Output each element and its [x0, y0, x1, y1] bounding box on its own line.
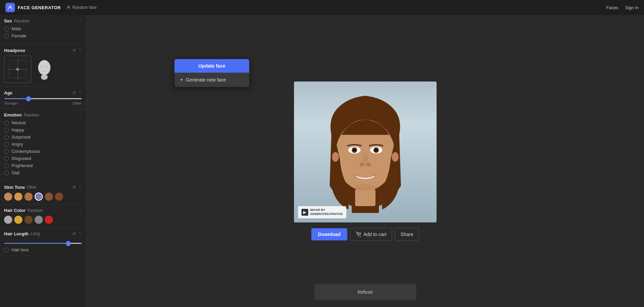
sex-section: Sex Random ⌃ Male Female — [0, 15, 86, 44]
headpose-icons: ✕ ⌃ — [72, 48, 82, 53]
hair-length-subtitle: Long — [31, 231, 40, 236]
age-older-label: Older — [73, 101, 82, 105]
skin-tone-section: Skin Tone Olive ✕ ⌃ — [0, 181, 86, 204]
topbar-right: Faces Sign in — [606, 5, 639, 10]
logo[interactable]: FACE GENERATOR — [5, 3, 61, 12]
svg-rect-7 — [355, 189, 375, 206]
nav-signin[interactable]: Sign in — [625, 5, 639, 10]
add-to-cart-button[interactable]: Add to cart — [350, 228, 392, 241]
sex-male-radio[interactable] — [4, 26, 9, 31]
hair-length-chevron-icon[interactable]: ⌃ — [78, 231, 82, 236]
emotion-section: Emotion Random ⌃ Neutral Happy Surprised… — [0, 109, 86, 181]
skin-swatch-light[interactable] — [4, 193, 12, 201]
hair-swatch-dark-gray[interactable] — [35, 216, 43, 224]
watermark-text: IMAGE BY GENERATED.PHOTOS — [310, 208, 343, 216]
sidebar: Sex Random ⌃ Male Female Headpose — [0, 15, 86, 307]
topbar: FACE GENERATOR Random face Faces Sign in — [0, 0, 644, 15]
emotion-happy[interactable]: Happy — [4, 127, 82, 132]
hair-swatch-gray[interactable] — [4, 216, 12, 224]
emotion-sad[interactable]: Sad — [4, 170, 82, 175]
hair-loss-item[interactable]: Hair loss — [4, 247, 82, 252]
watermark-arrow-icon: ▶ — [301, 209, 308, 216]
headpose-section: Headpose ✕ ⌃ — [0, 44, 86, 87]
hair-swatch-brown[interactable] — [24, 216, 33, 224]
emotion-disgusted[interactable]: Disgusted — [4, 156, 82, 161]
svg-point-10 — [392, 152, 399, 162]
skin-swatch-dark[interactable] — [55, 193, 63, 201]
skin-tone-close-icon[interactable]: ✕ — [72, 184, 76, 190]
emotion-neutral-radio[interactable] — [4, 121, 9, 125]
generate-new-face-button[interactable]: + Generate new face — [174, 73, 249, 87]
hair-color-icons: ⌃ — [78, 208, 82, 213]
emotion-frightened-radio[interactable] — [4, 163, 9, 168]
skin-tone-chevron-icon[interactable]: ⌃ — [78, 185, 82, 189]
emotion-sad-radio[interactable] — [4, 170, 9, 175]
emotion-disgusted-radio[interactable] — [4, 156, 9, 161]
age-close-icon[interactable]: ✕ — [72, 90, 76, 95]
skin-swatch-olive[interactable] — [35, 193, 43, 201]
skin-swatch-medium-light[interactable] — [14, 193, 22, 201]
headpose-control[interactable] — [4, 56, 31, 83]
hair-swatch-red[interactable] — [45, 216, 53, 224]
logo-icon — [5, 3, 15, 12]
skin-swatch-medium[interactable] — [24, 193, 33, 201]
hair-color-title: Hair Color Random — [4, 208, 43, 213]
sex-female-option[interactable]: Female — [4, 33, 82, 38]
random-face-button[interactable]: Random face — [66, 5, 96, 10]
pose-crosshair — [7, 59, 28, 79]
headpose-close-icon[interactable]: ✕ — [72, 48, 76, 53]
pose-dot — [16, 68, 19, 71]
share-button[interactable]: Share — [395, 228, 419, 241]
hair-length-slider[interactable] — [4, 243, 82, 244]
age-chevron-icon[interactable]: ⌃ — [78, 90, 82, 95]
skin-tone-subtitle: Olive — [27, 185, 36, 189]
action-buttons: Download Add to cart Share — [311, 228, 419, 241]
headpose-chevron-icon[interactable]: ⌃ — [78, 48, 82, 53]
update-face-button[interactable]: Update face — [174, 59, 249, 73]
add-to-cart-label: Add to cart — [363, 232, 386, 237]
headpose-title: Headpose — [4, 48, 25, 53]
emotion-frightened[interactable]: Frightened — [4, 163, 82, 168]
emotion-happy-radio[interactable] — [4, 128, 9, 132]
refuse-banner: Refuse — [314, 284, 416, 300]
age-section: Age ✕ ⌃ Younger Older — [0, 87, 86, 109]
svg-point-17 — [360, 163, 364, 166]
hair-color-section: Hair Color Random ⌃ — [0, 204, 86, 228]
emotion-surprised[interactable]: Surprised — [4, 134, 82, 140]
sex-male-option[interactable]: Male — [4, 26, 82, 31]
age-slider[interactable] — [4, 98, 82, 99]
skin-swatch-medium-dark[interactable] — [45, 193, 53, 201]
hair-length-close-icon[interactable]: ✕ — [72, 231, 76, 236]
svg-point-18 — [366, 163, 371, 166]
sex-icons: ⌃ — [78, 19, 82, 23]
hair-swatch-blonde[interactable] — [14, 216, 22, 224]
generate-new-label: Generate new face — [186, 77, 226, 83]
emotion-chevron-icon[interactable]: ⌃ — [78, 113, 82, 118]
svg-point-20 — [358, 236, 358, 236]
headpose-grid — [4, 56, 82, 83]
svg-point-3 — [41, 74, 48, 80]
pose-lines — [9, 60, 26, 78]
svg-point-5 — [41, 66, 43, 67]
hair-loss-radio[interactable] — [4, 248, 9, 252]
svg-point-21 — [360, 236, 361, 236]
emotion-contemptuous-radio[interactable] — [4, 149, 9, 154]
hair-color-chevron-icon[interactable]: ⌃ — [78, 208, 82, 213]
sex-female-radio[interactable] — [4, 34, 9, 38]
hair-color-swatches — [4, 216, 82, 224]
face-image: ▶ IMAGE BY GENERATED.PHOTOS — [294, 82, 437, 222]
sex-title: Sex Random — [4, 18, 30, 23]
emotion-angry-radio[interactable] — [4, 142, 9, 147]
sex-female-label: Female — [12, 33, 26, 38]
emotion-contemptuous[interactable]: Contemptuous — [4, 149, 82, 154]
emotion-subtitle: Random — [24, 113, 39, 118]
age-icons: ✕ ⌃ — [72, 90, 82, 95]
sex-chevron-icon[interactable]: ⌃ — [78, 19, 82, 23]
sex-subtitle: Random — [14, 19, 29, 23]
emotion-title: Emotion Random — [4, 112, 39, 118]
emotion-neutral[interactable]: Neutral — [4, 120, 82, 125]
download-button[interactable]: Download — [311, 228, 348, 240]
nav-faces[interactable]: Faces — [606, 5, 618, 10]
emotion-surprised-radio[interactable] — [4, 135, 9, 140]
emotion-angry[interactable]: Angry — [4, 142, 82, 147]
